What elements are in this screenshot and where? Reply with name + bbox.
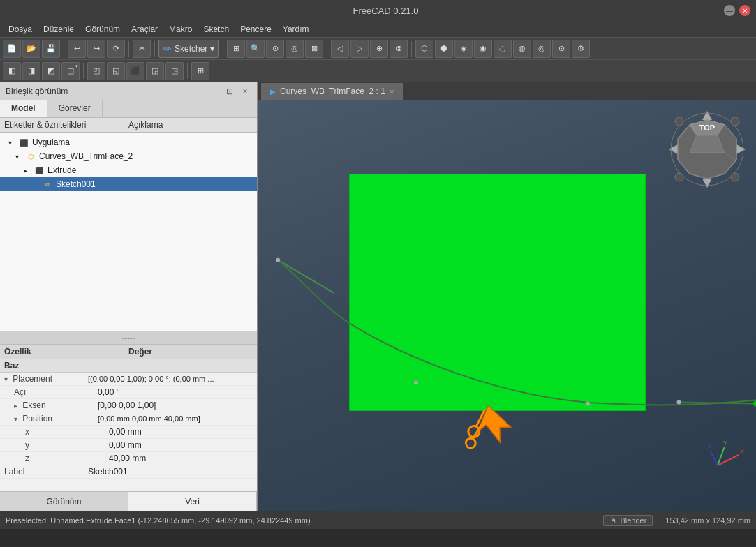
svg-line-29 — [711, 451, 718, 465]
svg-line-1 — [679, 403, 756, 404]
tb-view4[interactable]: ◎ — [286, 40, 304, 58]
prop-row-x[interactable]: x 0,00 mm — [0, 426, 257, 439]
toolbar-separator-3 — [154, 41, 155, 57]
tb-nav3[interactable]: ⊕ — [370, 40, 388, 58]
sidebar-close-btn[interactable]: × — [239, 85, 251, 98]
col-header-labels: Etiketler & öznitelikleri — [4, 120, 128, 130]
chevron-right-icon: ▸ — [20, 165, 31, 176]
dimensions-display: 153,42 mm x 124,92 mm — [665, 516, 750, 525]
tb-nav4[interactable]: ⊗ — [390, 40, 408, 58]
sketcher-label: Sketcher — [175, 44, 207, 54]
menu-sketch[interactable]: Sketch — [198, 23, 235, 36]
tb-new[interactable]: 📄 — [3, 40, 21, 58]
col-header-desc: Açıklama — [128, 120, 253, 130]
viewport-tab[interactable]: ▶ Curves_WB_TrimFace_2 : 1 × — [261, 83, 403, 100]
nav-cube[interactable]: TOP — [665, 107, 749, 191]
expand-eksen-icon[interactable]: ▸ — [14, 402, 17, 410]
tab-close-btn[interactable]: × — [390, 87, 394, 96]
blender-icon: 🖱 — [609, 516, 617, 525]
prop-row-eksen[interactable]: ▸ Eksen [0,00 0,00 1,00] — [0, 399, 257, 412]
tb-3d8[interactable]: ⊙ — [552, 40, 570, 58]
chevron-down-icon-2: ▾ — [11, 151, 22, 162]
tree-item-curves[interactable]: ▾ ⬡ Curves_WB_TrimFace_2 — [0, 149, 257, 163]
menu-gorunum[interactable]: Görünüm — [80, 23, 126, 36]
sidebar-bottom-tab-gorunum[interactable]: Görünüm — [0, 492, 128, 511]
tb-3d4[interactable]: ◉ — [474, 40, 492, 58]
tb-3d6[interactable]: ◍ — [513, 40, 531, 58]
tb-view5[interactable]: ⊠ — [305, 40, 323, 58]
toolbar2: ◧ ◨ ◩ ◫▾ ◰ ◱ ⬛ ◲ ◳ ⊞ — [0, 60, 756, 82]
menu-yardim[interactable]: Yardım — [277, 23, 315, 36]
divider-area: ----- — [0, 331, 257, 345]
tb2-6[interactable]: ◱ — [107, 62, 125, 80]
close-button[interactable]: ✕ — [739, 5, 750, 16]
sidebar-tab-model[interactable]: Model — [0, 100, 47, 117]
tb-nav2[interactable]: ▷ — [350, 40, 369, 58]
menu-makro[interactable]: Makro — [163, 23, 198, 36]
tb2-9[interactable]: ◳ — [165, 62, 184, 80]
sketcher-dropdown[interactable]: ✏ Sketcher ▾ — [158, 40, 219, 58]
toolbar2-separator-1 — [83, 63, 84, 79]
svg-text:Z: Z — [708, 444, 712, 451]
expand-placement-icon[interactable]: ▾ — [4, 375, 8, 383]
prop-name-x: x — [25, 427, 109, 437]
prop-row-aci[interactable]: Açı 0,00 ° — [0, 386, 257, 399]
tree-item-extrude[interactable]: ▸ ⬛ Extrude — [0, 163, 257, 177]
svg-point-24 — [675, 173, 683, 181]
tb2-4[interactable]: ◫▾ — [61, 62, 80, 80]
tb2-10[interactable]: ⊞ — [191, 62, 209, 80]
tb-cut[interactable]: ✂ — [133, 40, 151, 58]
prop-row-z[interactable]: z 40,00 mm — [0, 452, 257, 465]
tb2-7[interactable]: ⬛ — [126, 62, 144, 80]
3d-viewport[interactable]: TOP X Y — [258, 100, 756, 511]
tb2-8[interactable]: ◲ — [146, 62, 164, 80]
menu-araclar[interactable]: Araçlar — [126, 23, 163, 36]
sidebar-expand-btn[interactable]: ⊡ — [223, 85, 236, 98]
tb-3d3[interactable]: ◈ — [454, 40, 473, 58]
blender-status[interactable]: 🖱 Blender — [603, 515, 653, 526]
app-icon: ⬛ — [18, 137, 29, 148]
tb-nav1[interactable]: ◁ — [331, 40, 349, 58]
main-area: Birleşik görünüm ⊡ × Model Görevler Etik… — [0, 82, 756, 511]
tb-view2[interactable]: 🔍 — [246, 40, 265, 58]
tb-3d9[interactable]: ⚙ — [572, 40, 590, 58]
menu-dosya[interactable]: Dosya — [3, 23, 38, 36]
svg-marker-12 — [702, 179, 712, 188]
tb-refresh[interactable]: ⟳ — [107, 40, 125, 58]
svg-point-2 — [276, 258, 280, 262]
tb-open[interactable]: 📂 — [22, 40, 40, 58]
prop-name-y: y — [25, 440, 109, 450]
prop-val-z: 40,00 mm — [109, 454, 253, 463]
prop-row-position[interactable]: ▾ Position [0,00 mm 0,00 mm 40,00 mm] — [0, 412, 257, 426]
tree-item-uygulama[interactable]: ▾ ⬛ Uygulama — [0, 135, 257, 149]
menu-pencere[interactable]: Pencere — [235, 23, 277, 36]
tb-3d7[interactable]: ◎ — [533, 40, 551, 58]
sidebar-tab-gorevler[interactable]: Görevler — [47, 100, 103, 117]
tb-view1[interactable]: ⊞ — [227, 40, 245, 58]
minimize-button[interactable]: — — [724, 5, 735, 16]
blender-label: Blender — [620, 516, 646, 525]
prop-val-aci: 0,00 ° — [98, 387, 253, 397]
tb-view3[interactable]: ⊙ — [266, 40, 284, 58]
prop-row-placement[interactable]: ▾ Placement [(0,00 0,00 1,00); 0,00 °; (… — [0, 373, 257, 386]
tb-save[interactable]: 💾 — [42, 40, 60, 58]
sidebar-bottom-tabs: Görünüm Veri — [0, 491, 257, 511]
expand-position-icon[interactable]: ▾ — [14, 415, 17, 423]
tb-3d1[interactable]: ⬡ — [415, 40, 433, 58]
svg-text:X: X — [740, 448, 744, 455]
tb-redo[interactable]: ↪ — [87, 40, 105, 58]
tb2-3[interactable]: ◩ — [42, 62, 60, 80]
tb-3d2[interactable]: ⬢ — [435, 40, 453, 58]
prop-row-y[interactable]: y 0,00 mm — [0, 439, 257, 452]
tree-item-sketch001[interactable]: ✏ Sketch001 — [0, 177, 257, 191]
tb-undo[interactable]: ↩ — [68, 40, 86, 58]
tree-area[interactable]: ▾ ⬛ Uygulama ▾ ⬡ Curves_WB_TrimFace_2 ▸ … — [0, 133, 257, 331]
menu-duzenle[interactable]: Düzenle — [38, 23, 80, 36]
sidebar-bottom-tab-veri[interactable]: Veri — [128, 492, 257, 511]
prop-val-label: Sketch001 — [88, 467, 253, 477]
tb2-5[interactable]: ◰ — [87, 62, 105, 80]
tb-3d5[interactable]: ◌ — [494, 40, 512, 58]
prop-row-label[interactable]: Label Sketch001 — [0, 465, 257, 479]
tb2-2[interactable]: ◨ — [22, 62, 40, 80]
tb2-1[interactable]: ◧ — [3, 62, 21, 80]
